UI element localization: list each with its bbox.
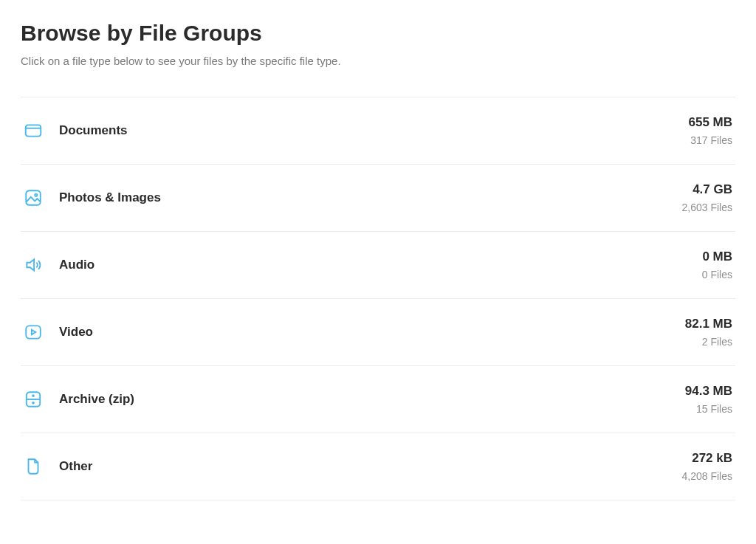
file-icon: [24, 457, 43, 476]
file-group-list: Documents 655 MB 317 Files Photos & Imag…: [21, 97, 735, 500]
file-group-count: 15 Files: [685, 403, 732, 415]
folder-icon: [24, 121, 43, 140]
file-group-count: 317 Files: [688, 134, 732, 146]
file-group-size: 655 MB: [688, 115, 732, 130]
row-right: 0 MB 0 Files: [702, 249, 732, 280]
file-group-documents[interactable]: Documents 655 MB 317 Files: [21, 97, 735, 165]
file-group-other[interactable]: Other 272 kB 4,208 Files: [21, 433, 735, 500]
page-title: Browse by File Groups: [21, 21, 735, 46]
row-left: Photos & Images: [24, 188, 161, 207]
file-group-size: 94.3 MB: [685, 384, 732, 399]
file-group-label: Photos & Images: [59, 190, 161, 205]
file-group-count: 4,208 Files: [682, 470, 732, 482]
file-group-count: 2 Files: [685, 336, 732, 348]
row-left: Documents: [24, 121, 128, 140]
image-icon: [24, 188, 43, 207]
svg-rect-3: [26, 326, 41, 338]
archive-icon: [24, 390, 43, 409]
row-left: Audio: [24, 255, 94, 275]
row-left: Archive (zip): [24, 390, 134, 409]
file-group-archive[interactable]: Archive (zip) 94.3 MB 15 Files: [21, 366, 735, 433]
file-group-photos[interactable]: Photos & Images 4.7 GB 2,603 Files: [21, 165, 735, 232]
row-right: 4.7 GB 2,603 Files: [682, 182, 732, 213]
row-right: 82.1 MB 2 Files: [685, 317, 732, 348]
file-group-size: 0 MB: [702, 249, 732, 264]
svg-point-6: [32, 402, 34, 404]
file-group-audio[interactable]: Audio 0 MB 0 Files: [21, 232, 735, 299]
file-group-label: Video: [59, 325, 93, 340]
page-subtitle: Click on a file type below to see your f…: [21, 55, 735, 67]
svg-point-2: [35, 194, 37, 196]
row-right: 272 kB 4,208 Files: [682, 451, 732, 482]
file-group-label: Audio: [59, 258, 94, 272]
svg-point-5: [32, 395, 34, 396]
file-group-count: 0 Files: [702, 269, 732, 280]
file-group-label: Documents: [59, 123, 128, 138]
file-group-label: Archive (zip): [59, 392, 134, 407]
row-right: 94.3 MB 15 Files: [685, 384, 732, 415]
row-left: Video: [24, 323, 93, 342]
file-group-count: 2,603 Files: [682, 202, 732, 213]
row-left: Other: [24, 457, 92, 476]
file-group-label: Other: [59, 459, 92, 474]
row-right: 655 MB 317 Files: [688, 115, 732, 146]
svg-rect-1: [26, 190, 41, 205]
file-group-video[interactable]: Video 82.1 MB 2 Files: [21, 299, 735, 366]
audio-icon: [24, 255, 43, 275]
file-group-size: 272 kB: [682, 451, 732, 466]
video-icon: [24, 323, 43, 342]
file-group-size: 82.1 MB: [685, 317, 732, 331]
svg-rect-0: [26, 125, 41, 136]
file-group-size: 4.7 GB: [682, 182, 732, 197]
